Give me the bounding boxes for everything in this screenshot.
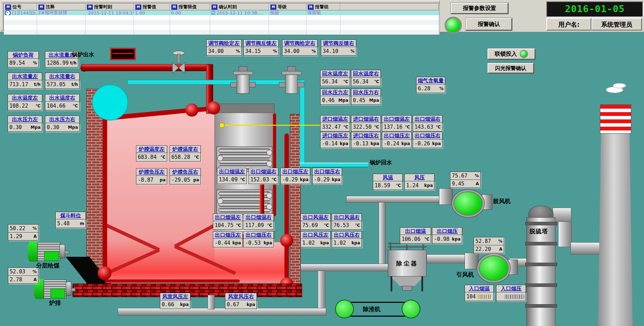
conveyor-belt-top [346,302,405,303]
tower-band [525,242,557,245]
column-header-alarm-value[interactable]: M报警值 [134,3,170,10]
alarm-settings-button[interactable]: 报警参数设置 [451,3,508,14]
gauge-out-smoke-press-left-a: 出口烟压左-0.24kpa [382,132,412,148]
motor-run-indicator [51,289,65,298]
gauge-label: 风压 [404,174,435,181]
conveyor-belt-bottom [346,316,405,317]
column-label: 位号 [12,4,21,10]
gauge-boiler-load: 锅炉负荷89.54% [8,51,39,67]
gauge-air-temp: 风温18.59℃ [373,174,403,190]
grate-label: 炉排 [49,299,61,307]
gauge-value: 1.02 [302,240,315,246]
gauge-value: 108.22 [9,103,28,109]
column-header-comment[interactable]: M注释 [37,3,86,10]
gauge-value: 0.30 [47,124,59,130]
gauge-label: 出口烟压左 [280,168,310,175]
gauge-label: 调节阀反馈左 [243,39,279,47]
gauge-unit: kpa [320,241,329,245]
gauge-label: 炉膛负压左 [136,168,167,175]
column-header-alarm-limit[interactable]: M报警限值 [170,3,210,10]
gauge-value: 56.34 [322,79,338,85]
gauge-unit: kpa [180,302,189,307]
gauge-label: 出水流量右 [45,73,80,80]
boiler-outlet-pipe [82,64,210,71]
gauge-label: 煤斗料位 [55,212,86,219]
gauge-value: 34.15 [245,48,261,54]
gauge-label: 入口烟压 [496,285,526,292]
slag-roller-right[interactable] [402,300,420,318]
dust-collector-label: 除尘器 [396,260,418,268]
interlock-button[interactable]: 联锁投入 [488,48,535,60]
induced-fan[interactable] [477,254,510,283]
top-alarm-bar: M位号 M注释 M报警时刻 M报警值 M报警限值 M确认时刻 M等级 M报警组 … [0,0,644,32]
slag-roller-left[interactable] [335,300,354,318]
coal-feeder-motor[interactable] [28,242,69,262]
coal-feeder-label: 分层给煤 [36,262,60,270]
gauge-label: 出口风压右 [332,231,362,238]
column-header-tag[interactable]: M位号 [4,3,37,10]
alarm-row-selected[interactable]: [1][144]DI... 2#循环泵故障 2015-12-11 10:04:1… [4,10,439,15]
gauge-unit: ℃ [271,177,277,182]
gauge-in-smoke-temp-right: 进口烟温右322.50℃ [351,115,381,132]
column-sort-icon: M [135,4,141,10]
blower-fan[interactable] [452,190,484,217]
boiler-out-label: 锅炉出水 [72,51,94,58]
column-header-alarm-time[interactable]: M报警时刻 [86,3,134,10]
gauge-label: 出口烟温右 [413,115,442,123]
gauge-value: -0.98 [434,236,449,242]
gauge-label: 出口烟压右 [312,168,342,175]
gauge-unit: t/h [70,61,77,65]
railing-post [390,242,391,250]
gauge-value: 1286.99 [47,60,69,66]
gauge-label: 入口烟温 [465,285,494,292]
column-header-group[interactable]: M报警组 [306,3,340,10]
probe-indicator [220,123,224,128]
gauge-unit: ℃ [73,103,78,108]
gauge-unit: ℃ [236,223,241,228]
gauge-value: -0.14 [322,141,338,147]
dust-leg [391,276,392,291]
gauge-unit: kpa [332,177,340,182]
gauge-label: 出口烟压左 [213,231,243,238]
column-header-level[interactable]: M等级 [269,3,306,10]
fan-inlet-flange [465,253,478,269]
gauge-label: 锅炉负荷 [8,51,39,58]
ack-checkbox-icon[interactable]: ☑ [211,11,215,15]
flue-duct-to-fan [427,254,466,263]
gauge-value: 658.28 [171,154,190,160]
boiler-right-pillar [290,114,301,297]
gauge-unit: kpa [424,183,433,188]
gauge-valve-set-right: 调节阀给定右34.00% [282,39,317,56]
grate-motor[interactable] [34,279,75,299]
gauge-out-smoke-press-right-a: 出口烟压右-0.26kpa [413,132,442,148]
toolbar-grip-left [1,3,3,31]
tower-band [525,222,557,225]
stat-unit: A [476,181,479,186]
gauge-unit: kpa [300,177,308,182]
gauge-return-press-left: 回水压力左0.46Mpa [320,89,350,105]
gauge-label: 出口烟压右 [243,231,274,238]
steam-drum [92,85,128,120]
gauge-furnace-temp-left: 炉膛温度左683.84℃ [136,145,167,162]
column-header-ack-time[interactable]: M确认时刻 [210,3,269,10]
flash-ack-button[interactable]: 闪光报警确认 [488,63,534,73]
gauge-unit: pa [160,178,166,182]
alarm-ack-button[interactable]: 报警确认 [466,18,512,30]
alarm-row-empty [4,20,439,25]
alarm-level: 低级 [270,10,279,15]
gauge-value: -0.29 [282,176,298,183]
chimney [598,132,633,326]
toolbar-grip [1,0,440,3]
gauge-label: 出水流量左 [8,73,42,80]
gauge-unit: ℃ [194,155,199,160]
gauge-in-smoke-temp-left: 进口烟温左332.47℃ [320,115,350,132]
gauge-return-press-right: 回水压力右0.45Mpa [351,89,381,105]
gauge-value: 5.48 [57,220,70,227]
gauge-value: 75.69 [302,222,318,228]
gauge-unit: kpa [401,141,410,146]
column-sort-icon: M [5,4,11,10]
motor-shaft [65,251,69,254]
gauge-value: 0.67 [227,301,239,308]
dust-hopper [388,276,427,287]
gauge-value: -0.13 [353,141,368,147]
